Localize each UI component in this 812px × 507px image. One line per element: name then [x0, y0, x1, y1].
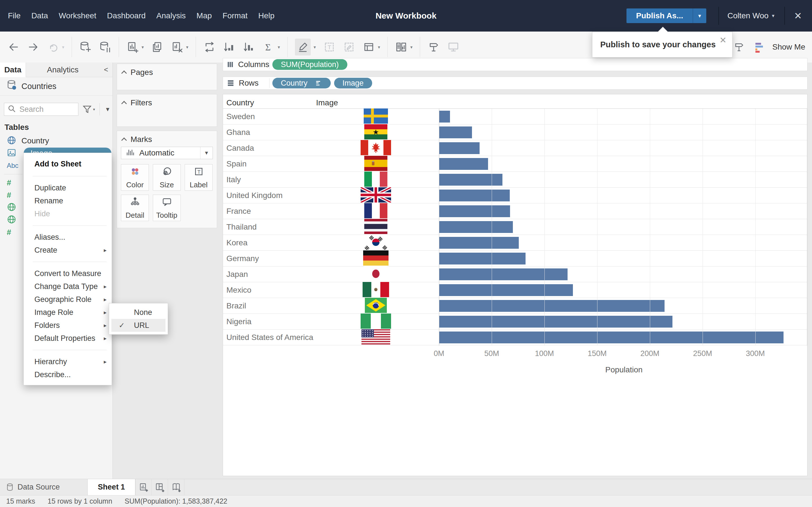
- collapse-chevron-icon[interactable]: [121, 101, 127, 107]
- country-label[interactable]: France: [226, 207, 251, 216]
- population-bar[interactable]: [439, 316, 672, 328]
- menu-item-hierarchy[interactable]: Hierarchy▸: [24, 355, 112, 368]
- pill-image[interactable]: Image: [334, 78, 372, 89]
- menu-file[interactable]: File: [8, 11, 20, 20]
- data-source-tab[interactable]: Data Source: [0, 479, 68, 495]
- label-button[interactable]: TLabel: [185, 164, 213, 191]
- population-bar[interactable]: [439, 142, 479, 154]
- share-icon[interactable]: [427, 41, 440, 53]
- menu-analysis[interactable]: Analysis: [156, 11, 186, 20]
- population-bar[interactable]: [439, 111, 450, 122]
- new-data-source-icon[interactable]: [79, 41, 92, 53]
- duplicate-sheet-icon[interactable]: [151, 41, 163, 53]
- tooltip-button[interactable]: Tooltip: [153, 194, 181, 221]
- window-close-button[interactable]: ✕: [794, 0, 802, 32]
- fit-selector-icon[interactable]: [363, 41, 375, 53]
- color-button[interactable]: Color: [121, 164, 149, 191]
- menu-data[interactable]: Data: [31, 11, 48, 20]
- country-label[interactable]: Japan: [226, 270, 248, 279]
- flag-icon-th[interactable]: [364, 219, 388, 235]
- country-label[interactable]: Germany: [226, 254, 259, 263]
- new-worksheet-caret-icon[interactable]: ▾: [142, 45, 144, 50]
- columns-shelf[interactable]: Columns SUM(Population): [223, 58, 808, 71]
- menu-worksheet[interactable]: Worksheet: [59, 11, 96, 20]
- swap-rows-columns-icon[interactable]: [203, 41, 216, 53]
- submenu-item-url[interactable]: ✓URL: [111, 319, 165, 332]
- pane-collapse-button[interactable]: <: [100, 62, 112, 77]
- highlight-icon[interactable]: [295, 39, 311, 55]
- menu-map[interactable]: Map: [197, 11, 212, 20]
- menu-item-aliases[interactable]: Aliases...: [24, 231, 112, 244]
- population-bar[interactable]: [439, 269, 567, 280]
- clear-sheet-icon[interactable]: [171, 41, 183, 53]
- population-bar[interactable]: [439, 252, 525, 265]
- highlight-caret-icon[interactable]: ▾: [313, 45, 316, 50]
- sort-ascending-icon[interactable]: [223, 41, 236, 53]
- sort-descending-icon[interactable]: [243, 41, 255, 53]
- flag-icon-it[interactable]: [364, 172, 388, 188]
- publish-split-button[interactable]: Publish As... ▾: [626, 8, 706, 23]
- flag-icon-gh[interactable]: [364, 124, 388, 140]
- country-label[interactable]: Ghana: [226, 128, 250, 137]
- show-hide-cards-icon[interactable]: [395, 41, 407, 53]
- country-label[interactable]: Spain: [226, 159, 247, 168]
- filter-fields-button[interactable]: ▾: [82, 105, 95, 114]
- menu-item-convert-to-measure[interactable]: Convert to Measure: [24, 267, 112, 280]
- country-label[interactable]: Brazil: [226, 301, 246, 311]
- search-input[interactable]: [19, 105, 70, 114]
- population-bar[interactable]: [439, 284, 573, 296]
- flag-icon-ca[interactable]: [361, 140, 391, 156]
- tab-analytics[interactable]: Analytics: [26, 62, 100, 77]
- population-bar[interactable]: [439, 158, 488, 170]
- country-label[interactable]: United Kingdom: [226, 191, 283, 200]
- flag-icon-us[interactable]: [361, 329, 390, 346]
- share-board-icon[interactable]: [733, 41, 745, 53]
- population-bar[interactable]: [439, 237, 519, 249]
- menu-item-add-to-sheet[interactable]: Add to Sheet: [24, 157, 112, 171]
- country-label[interactable]: Nigeria: [226, 317, 252, 326]
- back-icon[interactable]: [7, 41, 20, 53]
- menu-help[interactable]: Help: [258, 11, 274, 20]
- show-me-button[interactable]: Show Me: [772, 43, 805, 52]
- publish-dropdown-caret[interactable]: ▾: [693, 8, 706, 23]
- menu-item-change-data-type[interactable]: Change Data Type▸: [24, 280, 112, 293]
- country-label[interactable]: Thailand: [226, 223, 257, 231]
- flag-icon-kr[interactable]: [364, 235, 388, 251]
- menu-dashboard[interactable]: Dashboard: [107, 11, 146, 20]
- sheet-tab-active[interactable]: Sheet 1: [87, 479, 135, 495]
- flag-icon-br[interactable]: [365, 298, 387, 314]
- pill-country[interactable]: Country: [272, 78, 331, 89]
- tab-data[interactable]: Data: [0, 62, 26, 77]
- menu-item-geographic-role[interactable]: Geographic Role▸: [24, 293, 112, 306]
- collapse-chevron-icon[interactable]: [121, 70, 127, 76]
- pane-options-caret[interactable]: ▼: [105, 106, 110, 113]
- menu-item-duplicate[interactable]: Duplicate: [24, 181, 112, 194]
- size-button[interactable]: Size: [153, 164, 181, 191]
- menu-item-folders[interactable]: Folders▸: [24, 319, 112, 332]
- detail-button[interactable]: Detail: [121, 194, 149, 221]
- show-me-icon[interactable]: [753, 41, 765, 53]
- population-bar[interactable]: [439, 332, 783, 343]
- search-box[interactable]: [4, 103, 79, 116]
- new-story-button[interactable]: [168, 479, 185, 495]
- country-label[interactable]: United States of America: [226, 333, 313, 342]
- flag-icon-jp[interactable]: [364, 266, 388, 283]
- forward-icon[interactable]: [27, 41, 40, 53]
- tooltip-close-icon[interactable]: ✕: [719, 35, 726, 45]
- flag-icon-es[interactable]: [364, 156, 388, 172]
- rows-shelf[interactable]: Rows CountryImage: [223, 76, 808, 90]
- population-bar[interactable]: [439, 205, 510, 217]
- flag-icon-mx[interactable]: [363, 282, 389, 298]
- totals-icon[interactable]: Σ: [262, 41, 275, 53]
- population-bar[interactable]: [439, 174, 502, 186]
- publish-as-button[interactable]: Publish As...: [626, 8, 693, 23]
- population-bar[interactable]: [439, 300, 665, 312]
- new-worksheet-icon[interactable]: [126, 41, 139, 53]
- flag-icon-fr[interactable]: [364, 203, 388, 219]
- country-label[interactable]: Korea: [226, 238, 248, 247]
- flag-icon-se[interactable]: [364, 108, 388, 125]
- country-label[interactable]: Mexico: [226, 286, 252, 295]
- field-country[interactable]: Country: [0, 135, 112, 147]
- show-hide-cards-caret-icon[interactable]: ▾: [410, 45, 412, 50]
- submenu-item-none[interactable]: None: [109, 306, 168, 319]
